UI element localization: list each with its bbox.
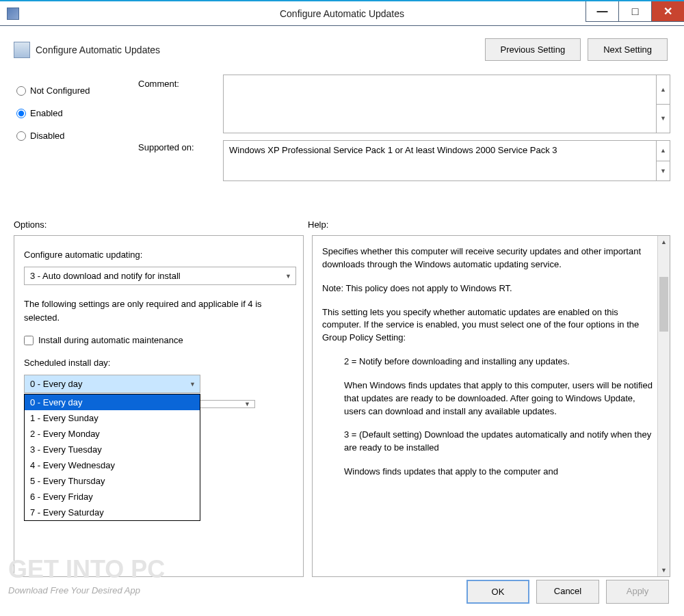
apply-button: Apply xyxy=(606,580,669,604)
watermark-subtitle: Download Free Your Desired App xyxy=(8,585,165,595)
window-controls: — □ ✕ xyxy=(586,1,684,22)
help-para: When Windows finds updates that apply to… xyxy=(322,379,659,418)
checkbox-label: Install during automatic maintenance xyxy=(38,335,183,345)
close-button[interactable]: ✕ xyxy=(651,1,684,22)
scheduled-day-dropdown[interactable]: 0 - Every day 1 - Every Sunday 2 - Every… xyxy=(24,394,200,521)
help-label: Help: xyxy=(308,219,328,230)
radio-label: Disabled xyxy=(30,131,65,141)
scheduled-day-combo[interactable]: 0 - Every day ▼ xyxy=(24,375,200,393)
policy-icon xyxy=(14,42,30,58)
dropdown-item[interactable]: 1 - Every Sunday xyxy=(25,410,200,426)
radio-input[interactable] xyxy=(16,86,26,96)
combo-value: 3 - Auto download and notify for install xyxy=(30,271,181,281)
options-pane: Configure automatic updating: 3 - Auto d… xyxy=(14,235,304,577)
ok-button[interactable]: OK xyxy=(466,580,529,604)
dropdown-item[interactable]: 3 - Every Tuesday xyxy=(25,442,200,457)
main-panes: Configure automatic updating: 3 - Auto d… xyxy=(0,235,684,577)
help-text: Specifies whether this computer will rec… xyxy=(322,245,666,567)
window-title: Configure Automatic Updates xyxy=(280,8,404,19)
chevron-down-icon[interactable]: ▼ xyxy=(657,161,670,181)
help-para: Windows finds updates that apply to the … xyxy=(322,466,659,479)
chevron-down-icon[interactable]: ▼ xyxy=(657,105,670,133)
help-para: Specifies whether this computer will rec… xyxy=(322,245,659,271)
radio-input[interactable] xyxy=(16,109,26,118)
chevron-down-icon: ▼ xyxy=(285,273,291,280)
configure-label: Configure automatic updating: xyxy=(24,250,293,260)
title-bar: Configure Automatic Updates — □ ✕ xyxy=(0,0,684,26)
supported-label: Supported on: xyxy=(138,142,211,152)
maximize-button[interactable]: □ xyxy=(618,1,651,22)
chevron-down-icon: ▼ xyxy=(189,381,196,388)
help-para: 2 = Notify before downloading and instal… xyxy=(322,356,659,369)
help-pane: Specifies whether this computer will rec… xyxy=(312,235,670,577)
state-section: Not Configured Enabled Disabled Comment:… xyxy=(0,69,684,211)
help-scrollbar[interactable]: ▲ ▼ xyxy=(657,236,670,576)
radio-label: Enabled xyxy=(30,108,63,118)
checkbox-input[interactable] xyxy=(24,336,34,345)
radio-disabled[interactable]: Disabled xyxy=(16,131,126,141)
scroll-thumb[interactable] xyxy=(659,277,668,332)
install-maintenance-checkbox[interactable]: Install during automatic maintenance xyxy=(24,335,293,345)
radio-not-configured[interactable]: Not Configured xyxy=(16,85,126,96)
chevron-up-icon[interactable]: ▲ xyxy=(657,141,670,161)
policy-title: Configure Automatic Updates xyxy=(36,44,485,55)
policy-header: Configure Automatic Updates Previous Set… xyxy=(0,26,684,69)
help-para: Note: This policy does not apply to Wind… xyxy=(322,282,659,295)
dropdown-item[interactable]: 6 - Every Friday xyxy=(25,489,200,505)
supported-on-text: Windows XP Professional Service Pack 1 o… xyxy=(223,140,670,181)
radio-label: Not Configured xyxy=(30,85,90,96)
help-para: This setting lets you specify whether au… xyxy=(322,306,659,345)
dialog-footer: OK Cancel Apply xyxy=(466,580,669,604)
dropdown-item[interactable]: 7 - Every Saturday xyxy=(25,505,200,520)
dropdown-item[interactable]: 5 - Every Thursday xyxy=(25,473,200,489)
combo-value: 0 - Every day xyxy=(30,379,83,389)
chevron-down-icon: ▼ xyxy=(244,401,250,407)
scroll-down-icon[interactable]: ▼ xyxy=(658,564,670,576)
dropdown-item[interactable]: 0 - Every day xyxy=(25,394,200,410)
options-label: Options: xyxy=(14,219,308,230)
scroll-up-icon[interactable]: ▲ xyxy=(658,236,670,248)
cancel-button[interactable]: Cancel xyxy=(536,580,599,604)
watermark-title: GET INTO PC xyxy=(8,555,165,584)
comment-label: Comment: xyxy=(138,79,211,89)
next-setting-button[interactable]: Next Setting xyxy=(588,38,668,61)
comment-textarea[interactable]: ▲ ▼ xyxy=(223,75,670,133)
minimize-button[interactable]: — xyxy=(586,1,618,22)
configure-updating-combo[interactable]: 3 - Auto download and notify for install… xyxy=(24,267,296,285)
pane-labels: Options: Help: xyxy=(0,211,684,235)
previous-setting-button[interactable]: Previous Setting xyxy=(485,38,581,61)
app-icon xyxy=(7,8,19,20)
watermark: GET INTO PC Download Free Your Desired A… xyxy=(8,555,165,595)
radio-enabled[interactable]: Enabled xyxy=(16,108,126,118)
options-note: The following settings are only required… xyxy=(24,297,293,324)
chevron-up-icon[interactable]: ▲ xyxy=(657,75,670,105)
radio-input[interactable] xyxy=(16,131,26,141)
day-label: Scheduled install day: xyxy=(24,358,293,368)
supported-on-value: Windows XP Professional Service Pack 1 o… xyxy=(224,141,670,159)
help-para: 3 = (Default setting) Download the updat… xyxy=(322,429,659,455)
dropdown-item[interactable]: 4 - Every Wednesday xyxy=(25,457,200,473)
dropdown-item[interactable]: 2 - Every Monday xyxy=(25,426,200,442)
